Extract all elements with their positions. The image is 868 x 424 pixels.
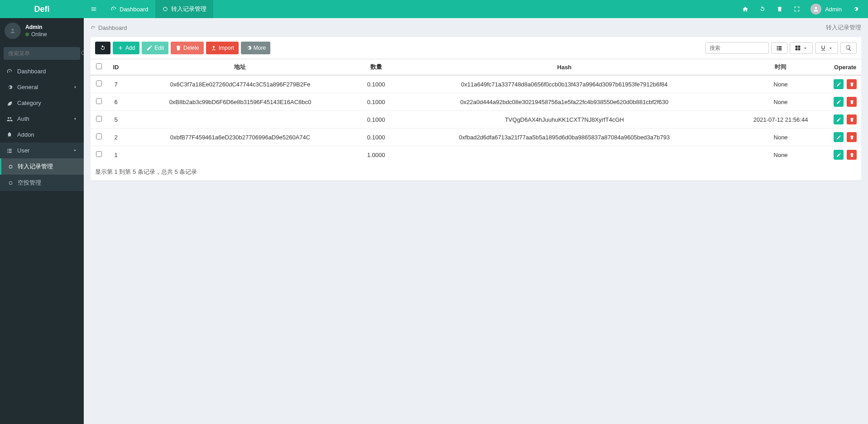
add-button[interactable]: Add xyxy=(113,42,139,54)
nav-settings[interactable] xyxy=(847,0,863,18)
view-list-button[interactable] xyxy=(771,42,787,54)
cell-addr: 0xB8b2ab3c99bD6F6D6e8b31596F45143E16AC8b… xyxy=(125,93,355,111)
trash-icon xyxy=(849,152,854,157)
row-edit-button[interactable] xyxy=(834,150,844,160)
row-delete-button[interactable] xyxy=(847,132,857,142)
row-checkbox[interactable] xyxy=(96,81,102,86)
brand-logo[interactable]: Defi xyxy=(0,0,84,18)
cell-addr: 0xbfB77F459461a6eD230b27706996aD9e5260A7… xyxy=(125,129,355,146)
row-delete-button[interactable] xyxy=(847,114,857,124)
breadcrumb-current: 转入记录管理 xyxy=(826,24,861,32)
cogs-icon xyxy=(245,45,252,51)
view-grid-button[interactable] xyxy=(790,42,813,54)
nav-refresh[interactable] xyxy=(754,0,771,18)
refresh-button[interactable] xyxy=(95,42,110,54)
group-icon xyxy=(6,116,13,122)
sidebar-item[interactable]: User xyxy=(0,143,84,158)
cell-time: 2021-07-12 21:56:44 xyxy=(732,111,830,129)
row-edit-button[interactable] xyxy=(834,132,844,142)
nav-trash[interactable] xyxy=(772,0,788,18)
sidebar-toggle[interactable] xyxy=(84,0,104,18)
row-checkbox[interactable] xyxy=(96,116,102,122)
pencil-icon xyxy=(836,82,841,87)
row-delete-button[interactable] xyxy=(847,150,857,160)
cell-time: None xyxy=(732,146,830,164)
import-button[interactable]: Import xyxy=(206,42,239,54)
plus-icon xyxy=(117,45,124,51)
nav-home[interactable] xyxy=(737,0,753,18)
cell-amount: 0.1000 xyxy=(355,111,397,129)
sidebar-item[interactable]: Addon xyxy=(0,127,84,143)
sidebar-search-button[interactable] xyxy=(81,47,84,60)
delete-button[interactable]: Delete xyxy=(171,42,204,54)
cogs-icon xyxy=(6,84,13,91)
nav-user[interactable]: Admin xyxy=(806,0,846,18)
user-icon xyxy=(813,6,819,12)
export-button[interactable] xyxy=(815,42,838,54)
pencil-icon xyxy=(836,100,841,105)
more-button[interactable]: More xyxy=(241,42,270,54)
cell-addr xyxy=(125,111,355,129)
sidebar-item[interactable]: General xyxy=(0,79,84,95)
bars-icon xyxy=(91,6,97,12)
col-operate[interactable]: Operate xyxy=(829,59,861,76)
table-row: 6 0xB8b2ab3c99bD6F6D6e8b31596F45143E16AC… xyxy=(91,93,861,111)
sidebar-item[interactable]: Auth xyxy=(0,111,84,127)
nav-tab[interactable]: 转入记录管理 xyxy=(155,0,213,18)
nav-tab[interactable]: Dashboard xyxy=(104,0,155,18)
dashboard-icon xyxy=(6,68,13,75)
row-edit-button[interactable] xyxy=(834,97,844,107)
cell-amount: 0.1000 xyxy=(355,129,397,146)
breadcrumb[interactable]: Dashboard xyxy=(91,24,127,31)
caret-down-icon xyxy=(828,46,833,51)
col-time[interactable]: 时间 xyxy=(732,59,830,76)
trash-icon xyxy=(849,135,854,140)
sidebar-subitem[interactable]: 转入记录管理 xyxy=(0,158,84,175)
cell-time: None xyxy=(732,75,830,93)
col-addr[interactable]: 地址 xyxy=(125,59,355,76)
edit-button[interactable]: Edit xyxy=(142,42,168,54)
cell-hash: 0xfbad2d6dfa6713a21f77aa5b5a1895d6d0ba98… xyxy=(397,129,732,146)
nav-user-name: Admin xyxy=(825,6,842,13)
row-edit-button[interactable] xyxy=(834,79,844,89)
search-icon xyxy=(845,45,852,51)
sidebar-item[interactable]: Category xyxy=(0,95,84,111)
row-checkbox[interactable] xyxy=(96,151,102,157)
pencil-icon xyxy=(836,135,841,140)
table-row: 5 0.1000 TVQgD6AX4hJuuhuKK1CXT7NJ8XyrfT4… xyxy=(91,111,861,129)
trash-icon xyxy=(849,82,854,87)
sidebar-avatar xyxy=(5,23,21,39)
row-delete-button[interactable] xyxy=(847,97,857,107)
nav-fullscreen[interactable] xyxy=(789,0,805,18)
underline-icon xyxy=(820,45,826,51)
col-amount[interactable]: 数量 xyxy=(355,59,397,76)
dashboard-icon xyxy=(110,6,117,12)
chevron-icon xyxy=(72,148,77,153)
trash-icon xyxy=(175,45,182,51)
row-edit-button[interactable] xyxy=(834,114,844,124)
table-row: 1 1.0000 None xyxy=(91,146,861,164)
table-row: 7 0x6C3f7a18Ee027260dC47744c3C51a896F279… xyxy=(91,75,861,93)
col-id[interactable]: ID xyxy=(107,59,125,76)
row-checkbox[interactable] xyxy=(96,98,102,104)
pencil-icon xyxy=(146,45,153,51)
cell-id: 1 xyxy=(107,146,125,164)
search-input[interactable] xyxy=(705,42,769,54)
select-all-checkbox[interactable] xyxy=(96,63,102,69)
cell-hash: TVQgD6AX4hJuuhuKK1CXT7NJ8XyrfT4cGH xyxy=(397,111,732,129)
row-delete-button[interactable] xyxy=(847,79,857,89)
circle-icon xyxy=(8,181,13,186)
dashboard-icon xyxy=(91,25,96,30)
sidebar-search-input[interactable] xyxy=(4,47,81,60)
cell-id: 7 xyxy=(107,75,125,93)
cell-amount: 1.0000 xyxy=(355,146,397,164)
sidebar-subitem[interactable]: 空投管理 xyxy=(0,175,84,191)
caret-down-icon xyxy=(803,46,808,51)
cell-hash: 0x22a0d444a92bdc08e30219458756a1e5fa22fc… xyxy=(397,93,732,111)
leaf-icon xyxy=(6,100,13,106)
search-icon xyxy=(81,50,84,57)
sidebar-item[interactable]: Dashboard xyxy=(0,63,84,79)
search-toggle-button[interactable] xyxy=(840,42,857,54)
row-checkbox[interactable] xyxy=(96,133,102,139)
col-hash[interactable]: Hash xyxy=(397,59,732,76)
